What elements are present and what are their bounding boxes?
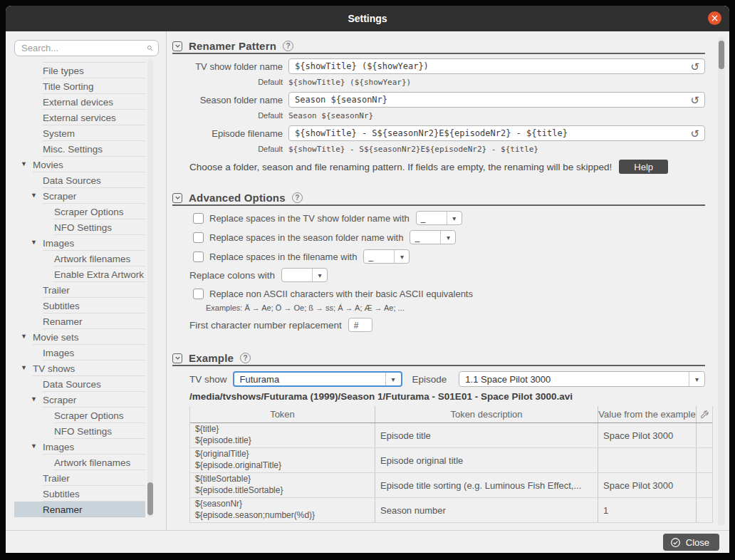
sidebar-item-label: Images: [43, 238, 74, 249]
sidebar-item-label: Artwork filenames: [54, 254, 130, 264]
content-scrollbar-track[interactable]: [718, 37, 725, 526]
window-close-button[interactable]: [708, 11, 721, 25]
sidebar-item-label: Movie sets: [33, 332, 79, 343]
expander-arrow-icon[interactable]: ▼: [31, 192, 37, 199]
collapse-toggle-icon[interactable]: [172, 41, 182, 51]
replace-spaces-row: Replace spaces in the TV show folder nam…: [193, 211, 705, 225]
token-table-row[interactable]: ${seasonNr} ${episode.season;number(%d)}…: [190, 498, 712, 523]
replacement-dropdown[interactable]: _: [416, 211, 462, 225]
sidebar-item[interactable]: ▼ Title Sorting: [14, 78, 145, 94]
tvshow-folder-input[interactable]: [295, 61, 684, 71]
row-spacer-cell: [697, 473, 712, 497]
help-icon[interactable]: [292, 192, 303, 203]
checkbox[interactable]: [193, 213, 204, 224]
search-box[interactable]: [14, 40, 159, 56]
episode-combobox[interactable]: 1.1 Space Pilot 3000: [459, 371, 705, 387]
chevron-down-icon[interactable]: [385, 373, 401, 385]
replacement-dropdown[interactable]: _: [363, 249, 410, 264]
sidebar-item[interactable]: ▼ Images: [14, 345, 145, 361]
expander-arrow-icon[interactable]: ▼: [31, 395, 37, 403]
sidebar-item[interactable]: ▼ Scraper: [14, 188, 145, 204]
checkbox-label: Replace non ASCII characters with their …: [209, 289, 473, 299]
token-value-cell: Space Pilot 3000: [598, 423, 697, 447]
sidebar-item-label: Misc. Settings: [43, 144, 103, 155]
table-header-cell[interactable]: Token: [190, 406, 375, 422]
sidebar-item[interactable]: ▼ Enable Extra Artwork: [14, 266, 145, 282]
sidebar-scrollbar-thumb[interactable]: [147, 482, 153, 515]
sidebar-item[interactable]: ▼ TV shows: [14, 361, 145, 376]
expander-arrow-icon[interactable]: ▼: [31, 442, 37, 450]
first-char-input[interactable]: [354, 321, 367, 331]
default-label: Default: [174, 111, 283, 120]
sidebar-item[interactable]: ▼ NFO Settings: [14, 423, 145, 439]
sidebar-item[interactable]: ▼ System: [14, 125, 145, 141]
sidebar-item[interactable]: ▼ Renamer: [14, 313, 145, 329]
sidebar-item[interactable]: ▼ Scraper: [14, 392, 145, 408]
chevron-down-icon[interactable]: [394, 250, 409, 263]
replacement-dropdown[interactable]: _: [410, 230, 456, 244]
expander-arrow-icon[interactable]: ▼: [21, 333, 27, 340]
help-icon[interactable]: [240, 353, 251, 363]
default-row: Default ${showTitle} (${showYear}): [174, 78, 705, 87]
sidebar-item[interactable]: ▼ Images: [14, 439, 145, 455]
reset-icon[interactable]: [690, 60, 699, 74]
tvshow-combobox[interactable]: Futurama: [233, 371, 402, 387]
episode-filename-input[interactable]: [295, 128, 684, 138]
sidebar-item[interactable]: ▼ Trailer: [14, 470, 145, 486]
token-cell: ${originalTitle} ${episode.originalTitle…: [190, 448, 375, 472]
sidebar-item[interactable]: ▼ Data Sources: [14, 172, 145, 188]
sidebar-item[interactable]: ▼ Scraper Options: [14, 408, 145, 423]
chevron-down-icon[interactable]: [440, 231, 455, 244]
sidebar-item[interactable]: ▼ Scraper Options: [14, 204, 145, 219]
reset-icon[interactable]: [690, 93, 699, 108]
expander-arrow-icon[interactable]: ▼: [31, 239, 37, 246]
sidebar-item[interactable]: ▼ Images: [14, 235, 145, 251]
checkbox[interactable]: [193, 232, 204, 243]
sidebar-item[interactable]: ▼ Artwork filenames: [14, 251, 145, 266]
checkbox[interactable]: [193, 289, 204, 299]
sidebar-scrollbar-track[interactable]: [147, 59, 153, 517]
sidebar-item[interactable]: ▼ Trailer: [14, 282, 145, 298]
row-spacer-cell: [697, 448, 712, 472]
help-icon[interactable]: [283, 41, 293, 51]
sidebar-item[interactable]: ▼ Subtitles: [14, 298, 145, 313]
token-table-row[interactable]: ${titleSortable} ${episode.titleSortable…: [190, 473, 712, 498]
sidebar-item[interactable]: ▼ Renamer: [14, 502, 145, 517]
checkbox[interactable]: [193, 252, 204, 262]
expander-arrow-icon[interactable]: ▼: [21, 160, 27, 167]
search-input[interactable]: [21, 43, 147, 53]
sidebar-item[interactable]: ▼ Subtitles: [14, 486, 145, 502]
sidebar-item-label: Images: [43, 348, 74, 358]
season-folder-input[interactable]: [295, 95, 684, 105]
chevron-down-icon[interactable]: [312, 269, 327, 281]
collapse-toggle-icon[interactable]: [172, 193, 182, 203]
help-button[interactable]: Help: [619, 160, 668, 174]
sidebar-item[interactable]: ▼ Movies: [14, 157, 145, 172]
sidebar-item[interactable]: ▼ File types: [14, 63, 145, 78]
reset-icon[interactable]: [690, 127, 699, 141]
row-spacer-cell: [697, 423, 712, 447]
colon-replacement-dropdown[interactable]: [281, 268, 328, 282]
checkbox-label: Replace spaces in the season folder name…: [209, 232, 403, 243]
sidebar-item[interactable]: ▼ Movie sets: [14, 329, 145, 345]
sidebar-item[interactable]: ▼ Misc. Settings: [14, 141, 145, 157]
sidebar-item[interactable]: ▼ Artwork filenames: [14, 455, 145, 470]
sidebar-item[interactable]: ▼ External devices: [14, 94, 145, 110]
table-header-cell[interactable]: Value from the example: [598, 406, 697, 422]
renamer-pattern-header: Renamer Pattern: [172, 41, 705, 54]
window-title: Settings: [348, 13, 387, 24]
content-scrollbar-thumb[interactable]: [719, 41, 724, 69]
sidebar-item[interactable]: ▼ Data Sources: [14, 376, 145, 392]
table-column-config-button[interactable]: [697, 406, 712, 422]
chevron-down-icon[interactable]: [447, 212, 462, 224]
sidebar-item[interactable]: ▼ External services: [14, 110, 145, 125]
close-button[interactable]: Close: [663, 534, 719, 551]
table-header-cell[interactable]: Token description: [375, 406, 598, 422]
collapse-toggle-icon[interactable]: [172, 353, 182, 363]
chevron-down-icon[interactable]: [689, 372, 704, 386]
expander-arrow-icon[interactable]: ▼: [21, 364, 27, 371]
token-table-row[interactable]: ${title} ${episode.title} Episode title …: [190, 423, 712, 448]
sidebar-item-label: NFO Settings: [54, 222, 112, 233]
sidebar-item[interactable]: ▼ NFO Settings: [14, 219, 145, 235]
token-table-row[interactable]: ${originalTitle} ${episode.originalTitle…: [190, 448, 712, 473]
